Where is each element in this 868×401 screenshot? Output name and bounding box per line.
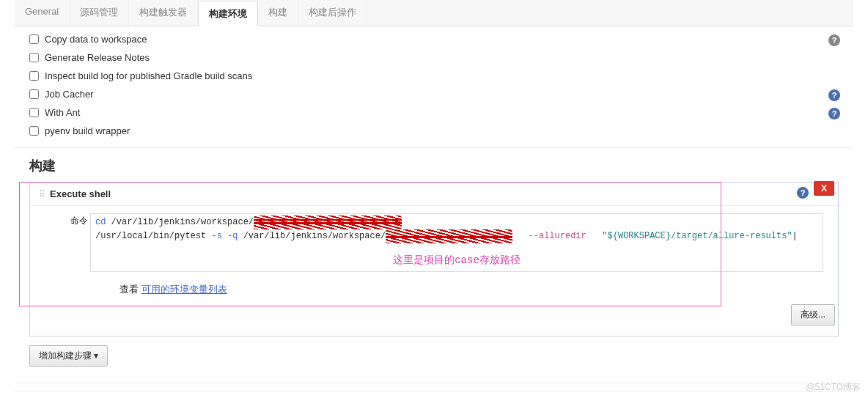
with-ant-checkbox[interactable] <box>29 108 39 117</box>
watermark: @51CTO博客 <box>806 381 861 394</box>
gradle-scan-checkbox[interactable] <box>29 71 39 81</box>
advanced-button[interactable]: 高级... <box>791 304 835 325</box>
annotation-text: 这里是项目的case存放路径 <box>95 252 818 268</box>
copy-workspace-checkbox[interactable] <box>29 34 39 44</box>
pyenv-wrapper-label: pyenv build wrapper <box>45 125 130 136</box>
tab-build-env[interactable]: 构建环境 <box>198 1 258 26</box>
tab-scm[interactable]: 源码管理 <box>70 0 129 26</box>
execute-shell-title: Execute shell <box>50 188 111 199</box>
view-label: 查看 <box>119 284 139 295</box>
job-cacher-label: Job Cacher <box>45 89 93 100</box>
help-icon[interactable]: ? <box>797 187 809 199</box>
pyenv-wrapper-checkbox[interactable] <box>29 126 39 136</box>
help-icon[interactable]: ? <box>828 34 840 46</box>
release-notes-label: Generate Release Notes <box>45 52 150 63</box>
tab-triggers[interactable]: 构建触发器 <box>129 0 198 26</box>
shell-command-textarea[interactable]: cd /var/lib/jenkins/workspace/xxxxxxxxxx… <box>90 213 823 272</box>
env-vars-link[interactable]: 可用的环境变量列表 <box>141 284 227 295</box>
with-ant-label: With Ant <box>45 107 80 118</box>
command-label: 命令 <box>70 215 88 227</box>
build-section-title: 构建 <box>15 148 853 180</box>
dropdown-caret-icon: ▾ <box>94 350 98 361</box>
gradle-scan-label: Inspect build log for published Gradle b… <box>45 70 252 81</box>
delete-step-button[interactable]: X <box>814 181 834 196</box>
help-icon[interactable]: ? <box>828 108 840 119</box>
job-cacher-checkbox[interactable] <box>29 89 39 99</box>
add-build-step-button[interactable]: 增加构建步骤 ▾ <box>29 345 108 367</box>
tab-general[interactable]: General <box>15 0 70 26</box>
release-notes-checkbox[interactable] <box>29 53 39 62</box>
copy-workspace-label: Copy data to workspace <box>45 34 147 45</box>
tab-postbuild[interactable]: 构建后操作 <box>298 0 367 26</box>
drag-handle-icon[interactable]: ⠿ <box>39 189 44 199</box>
tab-build[interactable]: 构建 <box>258 0 298 26</box>
postbuild-section-title: 构建后操作 <box>15 391 853 401</box>
config-tabs: General 源码管理 构建触发器 构建环境 构建 构建后操作 <box>15 0 853 26</box>
help-icon[interactable]: ? <box>828 89 840 101</box>
